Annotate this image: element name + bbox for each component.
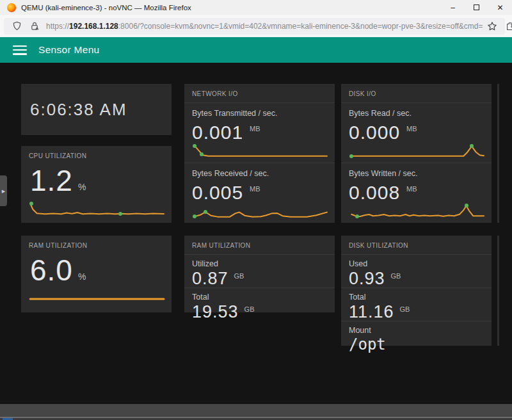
bytes-written-section: Bytes Written / sec. 0.008 MB xyxy=(341,163,492,223)
panel-title: NETWORK I/O xyxy=(184,84,335,103)
disk-used-row: Used 0.93 GB xyxy=(341,255,492,287)
url-query: :8006/?console=kvm&novnc=1&vmid=402&vmna… xyxy=(118,22,483,31)
metric-label: Bytes Received / sec. xyxy=(192,169,327,178)
bytes-transmitted-sparkline xyxy=(192,143,327,159)
clock-value: 6:06:38 AM xyxy=(21,100,127,120)
page-title: Sensor Menu xyxy=(38,44,100,56)
sensor-menu-hamburger-icon[interactable] xyxy=(13,45,27,55)
maximize-icon xyxy=(474,4,479,10)
network-io-panel: NETWORK I/O Bytes Transmitted / sec. 0.0… xyxy=(184,84,335,223)
ram-utilized-value: 0.87 xyxy=(192,270,228,287)
dashboard: 6:06:38 AM CPU UTILIZATION 1.2 % NETWORK… xyxy=(0,63,512,404)
bytes-read-section: Bytes Read / sec. 0.000 MB xyxy=(341,103,492,163)
lock-warning-icon[interactable] xyxy=(29,20,40,32)
metric-label: Bytes Written / sec. xyxy=(349,169,484,178)
disk-mount-value: /opt xyxy=(349,337,386,352)
row-unit: GB xyxy=(391,272,401,280)
app-header: Sensor Menu xyxy=(0,37,512,63)
sparkline-marker-dot xyxy=(465,204,468,207)
firefox-icon xyxy=(7,3,16,12)
bytes-received-sparkline xyxy=(192,204,327,219)
bytes-read-sparkline xyxy=(349,143,484,159)
panel-title: DISK I/O xyxy=(341,84,492,103)
row-unit: GB xyxy=(234,272,244,280)
clipped-panel-edge xyxy=(497,236,499,346)
cpu-value: 1.2 xyxy=(30,166,73,195)
disk-utilization-panel: DISK UTILIZATION Used 0.93 GB Total 11.1… xyxy=(341,236,492,346)
extensions-puzzle-icon[interactable] xyxy=(505,17,512,35)
disk-used-value: 0.93 xyxy=(349,270,385,287)
metric-label: Bytes Transmitted / sec. xyxy=(192,109,327,118)
cpu-utilization-panel: CPU UTILIZATION 1.2 % xyxy=(21,146,172,223)
browser-window: QEMU (kali-eminence-3) - noVNC — Mozilla… xyxy=(0,0,512,420)
panel-title: RAM UTILIZATION xyxy=(184,236,335,255)
url-scheme: https:// xyxy=(46,22,69,31)
shield-icon[interactable] xyxy=(11,20,22,32)
disk-total-row: Total 11.16 GB xyxy=(341,287,492,321)
bytes-written-value: 0.008 xyxy=(349,183,400,202)
bytes-received-value: 0.005 xyxy=(192,183,243,202)
metric-unit: MB xyxy=(250,185,260,193)
vnc-bottom-strip xyxy=(0,404,512,420)
metric-unit: MB xyxy=(250,125,260,133)
cpu-sparkline xyxy=(29,201,164,218)
ram-total-value: 19.53 xyxy=(192,303,239,321)
sparkline-marker-dot xyxy=(193,144,196,148)
row-label: Mount xyxy=(349,326,484,335)
metric-label: Bytes Read / sec. xyxy=(349,109,484,118)
ram-total-row: Total 19.53 GB xyxy=(184,287,335,321)
sparkline-marker-dot xyxy=(470,144,474,148)
bytes-read-value: 0.000 xyxy=(349,123,400,142)
sparkline-marker-dot xyxy=(349,154,353,158)
sparkline-marker-dot xyxy=(355,214,359,218)
bytes-received-section: Bytes Received / sec. 0.005 MB xyxy=(184,163,335,223)
metric-unit: MB xyxy=(406,185,417,193)
disk-total-value: 11.16 xyxy=(349,303,394,321)
row-label: Total xyxy=(192,293,327,302)
sparkline-marker-dot xyxy=(200,152,204,156)
chevron-right-icon: ▶ xyxy=(2,189,5,193)
maximize-button[interactable] xyxy=(465,0,488,15)
row-unit: GB xyxy=(400,305,410,313)
bytes-written-sparkline xyxy=(349,204,484,219)
ram-sparkline xyxy=(29,291,164,307)
row-unit: GB xyxy=(244,305,255,313)
panel-title: CPU UTILIZATION xyxy=(21,146,172,165)
row-label: Total xyxy=(349,293,484,302)
ram-utilization-percent-panel: RAM UTILIZATION 6.0 % xyxy=(21,236,172,312)
browser-toolbar: https://192.168.1.128:8006/?console=kvm&… xyxy=(0,15,512,37)
cpu-unit: % xyxy=(78,182,86,192)
ram-percent-unit: % xyxy=(78,271,86,282)
sparkline-marker-dot xyxy=(204,210,207,214)
window-controls: – ✕ xyxy=(441,0,512,15)
sparkline-marker-dot xyxy=(193,214,196,218)
sparkline-marker-dot xyxy=(118,212,122,216)
close-button[interactable]: ✕ xyxy=(488,0,512,15)
ram-utilization-detail-panel: RAM UTILIZATION Utilized 0.87 GB Total 1… xyxy=(184,236,335,312)
bookmark-star-icon[interactable] xyxy=(486,20,498,32)
window-titlebar: QEMU (kali-eminence-3) - noVNC — Mozilla… xyxy=(0,0,512,15)
url-text: https://192.168.1.128:8006/?console=kvm&… xyxy=(46,22,483,31)
side-drawer-handle[interactable]: ▶ xyxy=(0,175,7,206)
disk-io-panel: DISK I/O Bytes Read / sec. 0.000 MB Byte… xyxy=(341,84,492,223)
sparkline-marker-dot xyxy=(29,202,33,206)
row-label: Used xyxy=(349,259,484,268)
panel-title: DISK UTILIZATION xyxy=(341,236,492,255)
address-bar[interactable]: https://192.168.1.128:8006/?console=kvm&… xyxy=(4,18,505,35)
clipped-panel-edge xyxy=(497,84,499,223)
row-label: Utilized xyxy=(192,259,327,268)
clock-panel: 6:06:38 AM xyxy=(21,84,172,135)
ram-utilized-row: Utilized 0.87 GB xyxy=(184,255,335,287)
metric-unit: MB xyxy=(406,125,417,133)
window-title: QEMU (kali-eminence-3) - noVNC — Mozilla… xyxy=(21,4,191,12)
bytes-transmitted-section: Bytes Transmitted / sec. 0.001 MB xyxy=(184,103,335,163)
ram-percent-value: 6.0 xyxy=(30,255,73,285)
disk-mount-row: Mount /opt xyxy=(341,321,492,352)
panel-title: RAM UTILIZATION xyxy=(21,236,172,254)
bytes-transmitted-value: 0.001 xyxy=(192,123,243,142)
url-host: 192.168.1.128 xyxy=(69,22,118,31)
minimize-button[interactable]: – xyxy=(441,0,465,15)
